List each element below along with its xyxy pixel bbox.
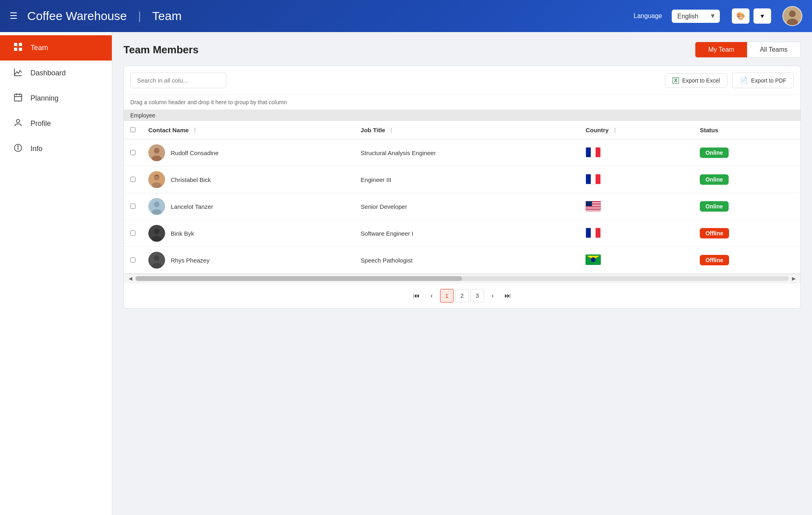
status-badge: Online bbox=[700, 201, 729, 212]
status-badge: Online bbox=[700, 174, 729, 185]
col-menu-icon[interactable]: ⋮ bbox=[612, 127, 618, 133]
section-title: Team Members bbox=[123, 44, 687, 56]
dropdown-button[interactable]: ▼ bbox=[753, 8, 771, 24]
status-badge: Offline bbox=[700, 228, 729, 238]
page-prev-button[interactable]: ‹ bbox=[425, 289, 438, 303]
page-next-button[interactable]: › bbox=[486, 289, 499, 303]
tab-group: My Team All Teams bbox=[695, 42, 801, 58]
svg-point-1 bbox=[789, 10, 796, 17]
svg-point-14 bbox=[18, 146, 18, 147]
employee-name: Rhys Pheazey bbox=[171, 257, 210, 264]
svg-point-11 bbox=[16, 119, 20, 123]
col-contact-name: Contact Name ⋮ bbox=[142, 121, 354, 139]
group-header: Employee bbox=[124, 110, 800, 121]
page-title: Team bbox=[152, 9, 182, 23]
planning-icon bbox=[13, 93, 23, 104]
sidebar-item-profile[interactable]: Profile bbox=[0, 111, 112, 136]
contact-name-cell: Bink Byk bbox=[142, 220, 354, 247]
language-wrapper: English Spanish French German ▼ bbox=[672, 10, 720, 23]
export-excel-button[interactable]: X Export to Excel bbox=[665, 73, 727, 88]
contact-name-cell: Lancelot Tanzer bbox=[142, 193, 354, 220]
scroll-thumb[interactable] bbox=[135, 276, 462, 281]
status-cell: Offline bbox=[693, 220, 800, 247]
country-cell bbox=[579, 193, 693, 220]
menu-icon[interactable]: ☰ bbox=[10, 11, 18, 21]
table-header-row: Contact Name ⋮ Job Title ⋮ bbox=[124, 121, 800, 139]
sidebar-item-team[interactable]: Team bbox=[0, 35, 112, 61]
tab-my-team[interactable]: My Team bbox=[695, 42, 747, 57]
scroll-track[interactable] bbox=[135, 276, 789, 281]
table-container: X Export to Excel 📄 Export to PDF Drag a… bbox=[123, 66, 801, 309]
sidebar-item-info[interactable]: Info bbox=[0, 136, 112, 162]
search-input[interactable] bbox=[130, 73, 226, 88]
theme-button[interactable]: 🎨 bbox=[732, 8, 749, 24]
scroll-right-icon[interactable]: ▶ bbox=[790, 276, 797, 281]
row-checkbox[interactable] bbox=[130, 230, 135, 236]
scroll-left-icon[interactable]: ◀ bbox=[127, 276, 134, 281]
horizontal-scrollbar[interactable]: ◀ ▶ bbox=[124, 274, 800, 283]
row-checkbox-cell bbox=[124, 139, 142, 166]
table-scroll-wrapper[interactable]: Contact Name ⋮ Job Title ⋮ bbox=[124, 121, 800, 274]
tab-all-teams[interactable]: All Teams bbox=[747, 42, 800, 57]
col-menu-icon[interactable]: ⋮ bbox=[388, 127, 394, 133]
drag-hint: Drag a column header and drop it here to… bbox=[124, 95, 800, 110]
layout: Team Dashboard Planning Profile Info bbox=[0, 32, 812, 515]
pagination: ⏮ ‹ 1 2 3 › ⏭ bbox=[124, 283, 800, 308]
page-last-button[interactable]: ⏭ bbox=[501, 289, 515, 303]
status-badge: Offline bbox=[700, 255, 729, 265]
table-row: Lancelot Tanzer Senior Developer Online bbox=[124, 193, 800, 220]
row-checkbox[interactable] bbox=[130, 177, 135, 182]
profile-icon bbox=[13, 118, 23, 129]
sidebar-item-label: Team bbox=[30, 44, 48, 52]
status-cell: Offline bbox=[693, 247, 800, 274]
svg-point-25 bbox=[154, 228, 160, 234]
employees-table: Contact Name ⋮ Job Title ⋮ bbox=[124, 121, 800, 274]
contact-name-cell: Rudolf Consadine bbox=[142, 139, 354, 166]
row-checkbox[interactable] bbox=[130, 204, 135, 209]
table-row: Rudolf Consadine Structural Analysis Eng… bbox=[124, 139, 800, 166]
row-checkbox[interactable] bbox=[130, 257, 135, 263]
avatar-image bbox=[783, 6, 802, 26]
col-status: Status bbox=[693, 121, 800, 139]
col-country: Country ⋮ bbox=[579, 121, 693, 139]
select-all-checkbox[interactable] bbox=[130, 127, 135, 132]
country-cell bbox=[579, 166, 693, 193]
sidebar-item-label: Planning bbox=[30, 94, 59, 103]
dashboard-icon bbox=[13, 68, 23, 79]
job-title-cell: Speech Pathologist bbox=[354, 247, 579, 274]
svg-rect-7 bbox=[14, 94, 22, 101]
col-job-title: Job Title ⋮ bbox=[354, 121, 579, 139]
table-row: Rhys Pheazey Speech Pathologist Offline bbox=[124, 247, 800, 274]
row-checkbox-cell bbox=[124, 220, 142, 247]
excel-icon: X bbox=[673, 77, 679, 84]
sidebar-item-planning[interactable]: Planning bbox=[0, 86, 112, 111]
contact-name-cell: Rhys Pheazey bbox=[142, 247, 354, 274]
svg-rect-6 bbox=[19, 48, 22, 51]
employee-avatar bbox=[148, 225, 165, 242]
sidebar-item-dashboard[interactable]: Dashboard bbox=[0, 61, 112, 86]
user-avatar[interactable] bbox=[782, 6, 802, 26]
header-divider: | bbox=[138, 10, 141, 22]
page-1-button[interactable]: 1 bbox=[440, 289, 454, 303]
info-icon bbox=[13, 143, 23, 154]
main-content: Team Members My Team All Teams X Export … bbox=[112, 32, 812, 515]
section-header: Team Members My Team All Teams bbox=[123, 42, 801, 58]
svg-rect-4 bbox=[19, 43, 22, 46]
status-cell: Online bbox=[693, 139, 800, 166]
svg-point-28 bbox=[154, 255, 160, 261]
export-pdf-button[interactable]: 📄 Export to PDF bbox=[732, 73, 794, 88]
language-select[interactable]: English Spanish French German bbox=[672, 10, 720, 23]
select-all-header bbox=[124, 121, 142, 139]
row-checkbox-cell bbox=[124, 247, 142, 274]
svg-point-19 bbox=[154, 175, 160, 180]
page-2-button[interactable]: 2 bbox=[455, 289, 469, 303]
status-cell: Online bbox=[693, 193, 800, 220]
svg-point-2 bbox=[787, 18, 798, 26]
page-first-button[interactable]: ⏮ bbox=[410, 289, 423, 303]
page-3-button[interactable]: 3 bbox=[471, 289, 484, 303]
country-cell bbox=[579, 247, 693, 274]
col-menu-icon[interactable]: ⋮ bbox=[192, 127, 198, 133]
sidebar-item-label: Info bbox=[30, 145, 42, 153]
row-checkbox[interactable] bbox=[130, 150, 135, 155]
job-title-cell: Engineer III bbox=[354, 166, 579, 193]
